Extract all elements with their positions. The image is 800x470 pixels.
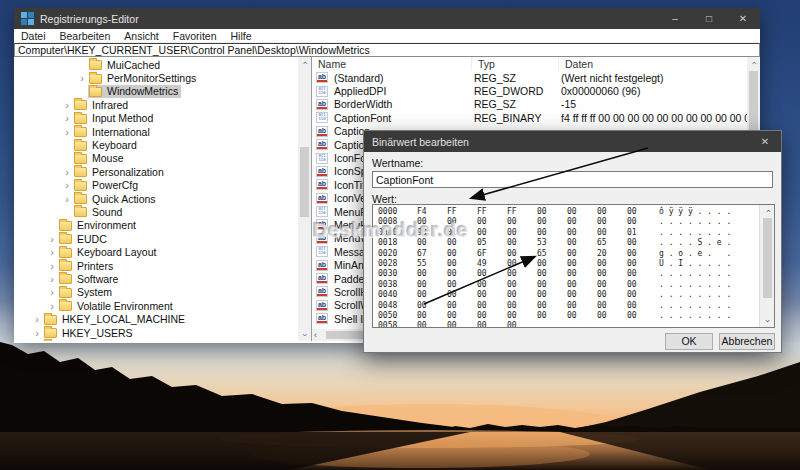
hex-row[interactable]: 00480000000000000000. . . . . . . . <box>373 301 758 311</box>
tree-node[interactable]: Volatile Environment <box>58 299 176 312</box>
scroll-up-icon[interactable]: › <box>760 205 775 217</box>
tree-node[interactable]: International <box>73 125 153 138</box>
hex-row[interactable]: 00080000000000000000. . . . . . . . <box>373 217 758 227</box>
hex-vertical-scrollbar[interactable]: › › <box>759 205 774 327</box>
scrollbar-thumb[interactable] <box>300 147 309 217</box>
menu-favoriten[interactable]: Favoriten <box>166 30 224 42</box>
menu-bearbeiten[interactable]: Bearbeiten <box>53 30 118 42</box>
tree-node[interactable]: Keyboard <box>73 139 140 152</box>
chevron-right-icon[interactable]: › <box>46 261 58 271</box>
tree-item[interactable]: ›PerMonitorSettings <box>14 71 298 84</box>
tree-node[interactable]: Sound <box>73 205 125 218</box>
hex-row[interactable]: 00180000050053006500. . . . S . e . <box>373 238 758 248</box>
tree-item[interactable]: ›Personalization <box>14 165 298 178</box>
scrollbar-thumb[interactable] <box>763 218 772 298</box>
tree-item[interactable]: ›HKEY_USERS <box>14 326 298 339</box>
chevron-right-icon[interactable]: › <box>46 301 58 311</box>
tree-item[interactable]: ›Software <box>14 272 298 285</box>
tree-item[interactable]: ›HKEY_LOCAL_MACHINE <box>14 312 298 325</box>
tree-item[interactable]: MuiCached <box>14 58 298 71</box>
tree-item[interactable]: ›Infrared <box>14 98 298 111</box>
menu-datei[interactable]: Datei <box>14 30 53 42</box>
column-typ[interactable]: Typ <box>472 57 559 71</box>
tree-item[interactable]: ›Quick Actions <box>14 192 298 205</box>
tree-node[interactable]: HKEY_CURRENT_CONFIG <box>43 339 197 341</box>
tree-item[interactable]: Sound <box>14 205 298 218</box>
chevron-right-icon[interactable]: › <box>76 73 88 83</box>
tree-item[interactable]: WindowMetrics <box>14 85 298 98</box>
tree-item[interactable]: ›System <box>14 286 298 299</box>
chevron-right-icon[interactable]: › <box>46 274 58 284</box>
chevron-right-icon[interactable]: › <box>61 100 73 110</box>
tree-node[interactable]: EUDC <box>58 232 110 245</box>
tree-item[interactable]: Mouse <box>14 152 298 165</box>
hex-editor[interactable]: 0000F4FFFFFF00000000ô ÿ ÿ ÿ . . . .00080… <box>372 204 775 328</box>
dialog-close-icon[interactable]: ✕ <box>749 131 781 152</box>
menu-ansicht[interactable]: Ansicht <box>117 30 165 42</box>
tree-node[interactable]: Quick Actions <box>73 192 159 205</box>
scroll-up-icon[interactable]: › <box>298 57 311 69</box>
chevron-right-icon[interactable]: › <box>61 127 73 137</box>
tree-item[interactable]: ›Keyboard Layout <box>14 245 298 258</box>
tree-node[interactable]: Infrared <box>73 98 131 111</box>
chevron-right-icon[interactable]: › <box>46 287 58 297</box>
chevron-right-icon[interactable]: › <box>61 167 73 177</box>
tree-node[interactable]: System <box>58 286 115 299</box>
maximize-button[interactable]: □ <box>692 8 726 29</box>
tree-item[interactable]: ›Printers <box>14 259 298 272</box>
address-bar[interactable]: Computer\HKEY_CURRENT_USER\Control Panel… <box>14 43 760 57</box>
dialog-titlebar[interactable]: Binärwert bearbeiten ✕ <box>364 131 781 152</box>
menu-hilfe[interactable]: Hilfe <box>224 30 259 42</box>
chevron-right-icon[interactable]: › <box>46 234 58 244</box>
chevron-right-icon[interactable]: › <box>31 314 43 324</box>
tree-node[interactable]: WindowMetrics <box>88 85 181 98</box>
window-titlebar[interactable]: Registrierungs-Editor – □ ✕ <box>14 8 760 29</box>
hex-row[interactable]: 00380000000000000000. . . . . . . . <box>373 280 758 290</box>
hex-row[interactable]: 00500000000000000000. . . . . . . . <box>373 311 758 321</box>
minimize-button[interactable]: – <box>658 8 692 29</box>
ok-button[interactable]: OK <box>665 333 713 350</box>
tree-node[interactable]: Environment <box>58 219 139 232</box>
tree-node[interactable]: MuiCached <box>88 58 163 71</box>
chevron-right-icon[interactable]: › <box>46 247 58 257</box>
tree-node[interactable]: HKEY_LOCAL_MACHINE <box>43 313 188 326</box>
tree-node[interactable]: Keyboard Layout <box>58 246 159 259</box>
value-row[interactable]: ab(Standard)REG_SZ(Wert nicht festgelegt… <box>312 71 747 84</box>
hex-row[interactable]: 00285500490000000000U . I . . . . . <box>373 259 758 269</box>
tree-node[interactable]: PowerCfg <box>73 179 141 192</box>
scroll-down-icon[interactable]: › <box>298 329 311 341</box>
tree-node[interactable]: Mouse <box>73 152 127 165</box>
hex-row[interactable]: 005800000000 <box>373 321 758 328</box>
tree-node[interactable]: Software <box>58 272 121 285</box>
hex-row[interactable]: 00300000000000000000. . . . . . . . <box>373 269 758 279</box>
close-button[interactable]: ✕ <box>726 8 760 29</box>
column-name[interactable]: Name <box>312 57 472 71</box>
chevron-right-icon[interactable]: › <box>61 113 73 123</box>
cancel-button[interactable]: Abbrechen <box>719 333 775 350</box>
tree-item[interactable]: Keyboard <box>14 138 298 151</box>
tree-item[interactable]: ›HKEY_CURRENT_CONFIG <box>14 339 298 341</box>
value-row[interactable]: 011110AppliedDPIREG_DWORD0x00000060 (96) <box>312 84 747 97</box>
tree-item[interactable]: ›International <box>14 125 298 138</box>
wertname-input[interactable] <box>372 171 773 188</box>
hex-row[interactable]: 002067006F0065002000g . o . e . . <box>373 249 758 259</box>
value-row[interactable]: 011110CaptionFontREG_BINARYf4 ff ff ff 0… <box>312 111 747 124</box>
tree-item[interactable]: Environment <box>14 219 298 232</box>
tree-item[interactable]: ›PowerCfg <box>14 179 298 192</box>
tree-node[interactable]: Input Method <box>73 112 156 125</box>
tree-node[interactable]: Personalization <box>73 165 167 178</box>
tree-item[interactable]: ›Volatile Environment <box>14 299 298 312</box>
tree-node[interactable]: Printers <box>58 259 116 272</box>
column-daten[interactable]: Daten <box>559 57 760 71</box>
tree-node[interactable]: PerMonitorSettings <box>88 72 199 85</box>
tree-item[interactable]: ›EUDC <box>14 232 298 245</box>
tree-vertical-scrollbar[interactable]: › › <box>298 57 311 341</box>
value-row[interactable]: abBorderWidthREG_SZ-15 <box>312 98 747 111</box>
hex-row[interactable]: 0000F4FFFFFF00000000ô ÿ ÿ ÿ . . . . <box>373 207 758 217</box>
tree-node[interactable]: HKEY_USERS <box>43 326 136 339</box>
hex-row[interactable]: 00400000000000000000. . . . . . . . <box>373 290 758 300</box>
hex-row[interactable]: 00109001000000000001. . . . . . . . <box>373 228 758 238</box>
chevron-right-icon[interactable]: › <box>31 328 43 338</box>
scroll-up-icon[interactable]: › <box>747 57 760 69</box>
chevron-right-icon[interactable]: › <box>61 194 73 204</box>
